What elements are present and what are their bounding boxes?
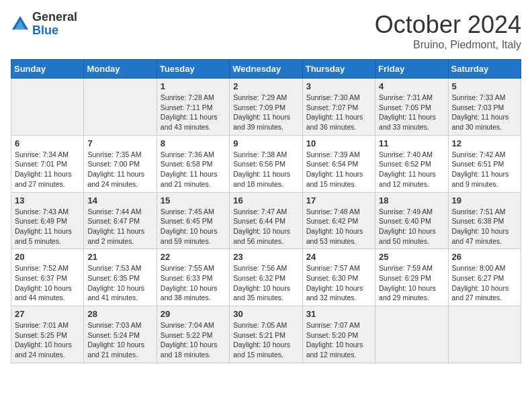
day-number: 24 [306,252,371,262]
calendar-cell: 26Sunrise: 8:00 AM Sunset: 6:27 PM Dayli… [448,249,521,306]
calendar-cell: 20Sunrise: 7:52 AM Sunset: 6:37 PM Dayli… [11,249,84,306]
day-number: 21 [87,252,152,262]
day-info: Sunrise: 7:36 AM Sunset: 6:58 PM Dayligh… [161,150,226,189]
calendar-cell: 30Sunrise: 7:05 AM Sunset: 5:21 PM Dayli… [230,306,302,363]
header-friday: Friday [375,60,448,79]
day-number: 28 [87,309,152,319]
calendar-cell [11,79,84,136]
day-number: 3 [306,81,371,91]
logo-blue-text: Blue [32,24,77,38]
day-info: Sunrise: 7:52 AM Sunset: 6:37 PM Dayligh… [15,263,80,303]
calendar-cell: 23Sunrise: 7:56 AM Sunset: 6:32 PM Dayli… [230,249,302,306]
calendar-cell: 29Sunrise: 7:04 AM Sunset: 5:22 PM Dayli… [157,306,229,363]
calendar-cell: 27Sunrise: 7:01 AM Sunset: 5:25 PM Dayli… [11,306,84,363]
calendar-cell: 11Sunrise: 7:40 AM Sunset: 6:52 PM Dayli… [375,135,448,192]
day-number: 18 [379,195,444,205]
day-number: 26 [452,252,517,262]
calendar-cell [448,306,521,363]
header-wednesday: Wednesday [230,60,302,79]
day-info: Sunrise: 7:33 AM Sunset: 7:03 PM Dayligh… [452,93,517,132]
day-info: Sunrise: 7:05 AM Sunset: 5:21 PM Dayligh… [233,320,298,360]
calendar-cell: 1Sunrise: 7:28 AM Sunset: 7:11 PM Daylig… [157,79,229,136]
header-monday: Monday [84,60,157,79]
day-number: 31 [306,309,371,319]
calendar-cell: 21Sunrise: 7:53 AM Sunset: 6:35 PM Dayli… [84,249,157,306]
day-info: Sunrise: 7:47 AM Sunset: 6:44 PM Dayligh… [233,207,298,246]
day-number: 29 [161,309,226,319]
day-number: 10 [306,138,371,148]
calendar-cell [375,306,448,363]
day-number: 13 [15,195,80,205]
header-saturday: Saturday [448,60,521,79]
day-info: Sunrise: 7:03 AM Sunset: 5:24 PM Dayligh… [87,320,152,360]
calendar-body: 1Sunrise: 7:28 AM Sunset: 7:11 PM Daylig… [11,79,521,363]
header-thursday: Thursday [302,60,375,79]
header-sunday: Sunday [11,60,84,79]
day-info: Sunrise: 7:29 AM Sunset: 7:09 PM Dayligh… [233,93,298,132]
calendar-cell: 28Sunrise: 7:03 AM Sunset: 5:24 PM Dayli… [84,306,157,363]
calendar-cell: 14Sunrise: 7:44 AM Sunset: 6:47 PM Dayli… [84,192,157,249]
calendar-cell: 31Sunrise: 7:07 AM Sunset: 5:20 PM Dayli… [302,306,375,363]
page-header: General Blue October 2024 Bruino, Piedmo… [11,11,521,51]
day-number: 2 [233,81,298,91]
day-number: 4 [379,81,444,91]
day-info: Sunrise: 7:56 AM Sunset: 6:32 PM Dayligh… [233,263,298,303]
day-number: 30 [233,309,298,319]
day-info: Sunrise: 8:00 AM Sunset: 6:27 PM Dayligh… [452,263,517,303]
title-block: October 2024 Bruino, Piedmont, Italy [375,11,521,51]
day-number: 11 [379,138,444,148]
day-number: 7 [87,138,152,148]
calendar-cell: 9Sunrise: 7:38 AM Sunset: 6:56 PM Daylig… [230,135,302,192]
month-title: October 2024 [375,11,521,39]
logo: General Blue [11,11,77,38]
day-number: 17 [306,195,371,205]
day-info: Sunrise: 7:01 AM Sunset: 5:25 PM Dayligh… [15,320,80,360]
day-info: Sunrise: 7:55 AM Sunset: 6:33 PM Dayligh… [161,263,226,303]
day-number: 8 [161,138,226,148]
calendar-cell: 5Sunrise: 7:33 AM Sunset: 7:03 PM Daylig… [448,79,521,136]
logo-general-text: General [32,11,77,24]
calendar-week-row: 1Sunrise: 7:28 AM Sunset: 7:11 PM Daylig… [11,79,521,136]
calendar-week-row: 20Sunrise: 7:52 AM Sunset: 6:37 PM Dayli… [11,249,521,306]
calendar-cell: 12Sunrise: 7:42 AM Sunset: 6:51 PM Dayli… [448,135,521,192]
day-number: 19 [452,195,517,205]
day-info: Sunrise: 7:49 AM Sunset: 6:40 PM Dayligh… [379,207,444,246]
calendar-cell: 17Sunrise: 7:48 AM Sunset: 6:42 PM Dayli… [302,192,375,249]
day-info: Sunrise: 7:48 AM Sunset: 6:42 PM Dayligh… [306,207,371,246]
day-number: 20 [15,252,80,262]
day-info: Sunrise: 7:34 AM Sunset: 7:01 PM Dayligh… [15,150,80,189]
day-info: Sunrise: 7:53 AM Sunset: 6:35 PM Dayligh… [87,263,152,303]
day-info: Sunrise: 7:43 AM Sunset: 6:49 PM Dayligh… [15,207,80,246]
day-info: Sunrise: 7:31 AM Sunset: 7:05 PM Dayligh… [379,93,444,132]
day-info: Sunrise: 7:44 AM Sunset: 6:47 PM Dayligh… [87,207,152,246]
header-row: SundayMondayTuesdayWednesdayThursdayFrid… [11,60,521,79]
day-number: 12 [452,138,517,148]
calendar-cell: 2Sunrise: 7:29 AM Sunset: 7:09 PM Daylig… [230,79,302,136]
day-number: 23 [233,252,298,262]
day-number: 5 [452,81,517,91]
day-info: Sunrise: 7:51 AM Sunset: 6:38 PM Dayligh… [452,207,517,246]
calendar-table: SundayMondayTuesdayWednesdayThursdayFrid… [11,59,521,363]
calendar-week-row: 13Sunrise: 7:43 AM Sunset: 6:49 PM Dayli… [11,192,521,249]
day-info: Sunrise: 7:40 AM Sunset: 6:52 PM Dayligh… [379,150,444,189]
calendar-cell: 8Sunrise: 7:36 AM Sunset: 6:58 PM Daylig… [157,135,229,192]
day-number: 6 [15,138,80,148]
header-tuesday: Tuesday [157,60,229,79]
day-info: Sunrise: 7:45 AM Sunset: 6:45 PM Dayligh… [161,207,226,246]
calendar-header: SundayMondayTuesdayWednesdayThursdayFrid… [11,60,521,79]
day-info: Sunrise: 7:28 AM Sunset: 7:11 PM Dayligh… [161,93,226,132]
calendar-cell: 10Sunrise: 7:39 AM Sunset: 6:54 PM Dayli… [302,135,375,192]
day-number: 1 [161,81,226,91]
calendar-cell: 7Sunrise: 7:35 AM Sunset: 7:00 PM Daylig… [84,135,157,192]
calendar-cell: 16Sunrise: 7:47 AM Sunset: 6:44 PM Dayli… [230,192,302,249]
calendar-cell: 19Sunrise: 7:51 AM Sunset: 6:38 PM Dayli… [448,192,521,249]
calendar-cell: 6Sunrise: 7:34 AM Sunset: 7:01 PM Daylig… [11,135,84,192]
day-number: 22 [161,252,226,262]
day-info: Sunrise: 7:04 AM Sunset: 5:22 PM Dayligh… [161,320,226,360]
day-info: Sunrise: 7:42 AM Sunset: 6:51 PM Dayligh… [452,150,517,189]
calendar-cell: 22Sunrise: 7:55 AM Sunset: 6:33 PM Dayli… [157,249,229,306]
calendar-cell: 3Sunrise: 7:30 AM Sunset: 7:07 PM Daylig… [302,79,375,136]
day-info: Sunrise: 7:57 AM Sunset: 6:30 PM Dayligh… [306,263,371,303]
calendar-cell: 13Sunrise: 7:43 AM Sunset: 6:49 PM Dayli… [11,192,84,249]
location: Bruino, Piedmont, Italy [375,39,521,51]
